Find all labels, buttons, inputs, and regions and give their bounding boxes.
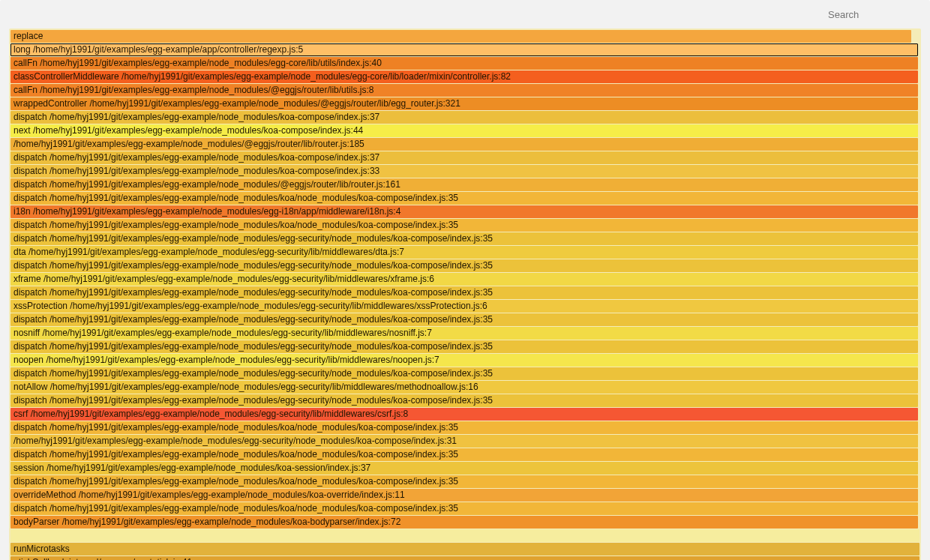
flame-row: dispatch /home/hyj1991/git/examples/egg-…	[10, 286, 920, 299]
flame-row: replace	[10, 30, 920, 43]
flame-row: dispatch /home/hyj1991/git/examples/egg-…	[10, 340, 920, 353]
flame-row: dispatch /home/hyj1991/git/examples/egg-…	[10, 151, 920, 164]
flame-frame[interactable]: noopen /home/hyj1991/git/examples/egg-ex…	[10, 354, 918, 367]
page-root: replacelong /home/hyj1991/git/examples/e…	[0, 0, 930, 560]
flame-row: dispatch /home/hyj1991/git/examples/egg-…	[10, 219, 920, 232]
flame-row: dispatch /home/hyj1991/git/examples/egg-…	[10, 259, 920, 272]
flame-row: runMicrotasks	[10, 543, 920, 556]
flame-frame[interactable]: next /home/hyj1991/git/examples/egg-exam…	[10, 124, 918, 137]
flame-frame[interactable]: session /home/hyj1991/git/examples/egg-e…	[10, 462, 918, 475]
flame-row: dispatch /home/hyj1991/git/examples/egg-…	[10, 111, 920, 124]
flame-frame[interactable]: replace	[10, 30, 911, 43]
flame-row: wrappedController /home/hyj1991/git/exam…	[10, 97, 920, 110]
flame-row: dispatch /home/hyj1991/git/examples/egg-…	[10, 165, 920, 178]
flame-frame[interactable]: classControllerMiddleware /home/hyj1991/…	[10, 70, 918, 83]
flame-frame[interactable]: dispatch /home/hyj1991/git/examples/egg-…	[10, 286, 918, 299]
flame-row: callFn /home/hyj1991/git/examples/egg-ex…	[10, 84, 920, 97]
flame-frame[interactable]: _tickCallback internal/process/next_tick…	[10, 556, 920, 560]
flame-frame[interactable]: callFn /home/hyj1991/git/examples/egg-ex…	[10, 84, 918, 97]
search-wrap	[9, 5, 921, 28]
flame-row: overrideMethod /home/hyj1991/git/example…	[10, 489, 920, 502]
flame-row: dispatch /home/hyj1991/git/examples/egg-…	[10, 394, 920, 407]
flame-row: dispatch /home/hyj1991/git/examples/egg-…	[10, 502, 920, 515]
flame-frame[interactable]: i18n /home/hyj1991/git/examples/egg-exam…	[10, 205, 918, 218]
flame-frame[interactable]: dispatch /home/hyj1991/git/examples/egg-…	[10, 151, 918, 164]
flame-frame[interactable]: dispatch /home/hyj1991/git/examples/egg-…	[10, 340, 918, 353]
flame-row: dispatch /home/hyj1991/git/examples/egg-…	[10, 475, 920, 488]
flame-row: _tickCallback internal/process/next_tick…	[10, 556, 920, 560]
flame-frame[interactable]: dispatch /home/hyj1991/git/examples/egg-…	[10, 475, 918, 488]
flame-frame[interactable]: long /home/hyj1991/git/examples/egg-exam…	[10, 43, 918, 56]
flame-frame[interactable]: dispatch /home/hyj1991/git/examples/egg-…	[10, 111, 918, 124]
flame-row: dispatch /home/hyj1991/git/examples/egg-…	[10, 232, 920, 245]
flame-row: i18n /home/hyj1991/git/examples/egg-exam…	[10, 205, 920, 218]
flame-row: next /home/hyj1991/git/examples/egg-exam…	[10, 124, 920, 137]
flame-frame[interactable]: xframe /home/hyj1991/git/examples/egg-ex…	[10, 273, 918, 286]
flame-frame[interactable]: dispatch /home/hyj1991/git/examples/egg-…	[10, 394, 918, 407]
flame-frame[interactable]: dispatch /home/hyj1991/git/examples/egg-…	[10, 313, 918, 326]
flame-row: dispatch /home/hyj1991/git/examples/egg-…	[10, 448, 920, 461]
flame-frame[interactable]: dispatch /home/hyj1991/git/examples/egg-…	[10, 502, 918, 515]
flame-frame[interactable]: dta /home/hyj1991/git/examples/egg-examp…	[10, 246, 918, 259]
flame-frame[interactable]: dispatch /home/hyj1991/git/examples/egg-…	[10, 178, 918, 191]
flame-row: dispatch /home/hyj1991/git/examples/egg-…	[10, 178, 920, 191]
flame-row: csrf /home/hyj1991/git/examples/egg-exam…	[10, 408, 920, 421]
flame-frame[interactable]: csrf /home/hyj1991/git/examples/egg-exam…	[10, 408, 918, 421]
flame-gap	[10, 529, 920, 542]
flame-graph[interactable]: replacelong /home/hyj1991/git/examples/e…	[9, 28, 921, 560]
flame-row: bodyParser /home/hyj1991/git/examples/eg…	[10, 516, 920, 529]
flame-row: notAllow /home/hyj1991/git/examples/egg-…	[10, 381, 920, 394]
flame-row: classControllerMiddleware /home/hyj1991/…	[10, 70, 920, 83]
flame-row: noopen /home/hyj1991/git/examples/egg-ex…	[10, 354, 920, 367]
flame-frame[interactable]: dispatch /home/hyj1991/git/examples/egg-…	[10, 448, 918, 461]
flame-row: dta /home/hyj1991/git/examples/egg-examp…	[10, 246, 920, 259]
flame-frame[interactable]: dispatch /home/hyj1991/git/examples/egg-…	[10, 421, 918, 434]
flame-frame[interactable]: overrideMethod /home/hyj1991/git/example…	[10, 489, 918, 502]
flame-frame[interactable]: notAllow /home/hyj1991/git/examples/egg-…	[10, 381, 918, 394]
flame-row: dispatch /home/hyj1991/git/examples/egg-…	[10, 367, 920, 380]
flame-frame[interactable]: /home/hyj1991/git/examples/egg-example/n…	[10, 435, 918, 448]
flame-frame[interactable]: dispatch /home/hyj1991/git/examples/egg-…	[10, 165, 918, 178]
flame-row: nosniff /home/hyj1991/git/examples/egg-e…	[10, 327, 920, 340]
flame-frame[interactable]: dispatch /home/hyj1991/git/examples/egg-…	[10, 219, 918, 232]
flame-row: xssProtection /home/hyj1991/git/examples…	[10, 300, 920, 313]
flame-row: callFn /home/hyj1991/git/examples/egg-ex…	[10, 57, 920, 70]
flame-frame[interactable]: wrappedController /home/hyj1991/git/exam…	[10, 97, 918, 110]
flame-row: /home/hyj1991/git/examples/egg-example/n…	[10, 435, 920, 448]
flame-frame[interactable]: dispatch /home/hyj1991/git/examples/egg-…	[10, 259, 918, 272]
flame-frame[interactable]: runMicrotasks	[10, 543, 920, 556]
flame-row: session /home/hyj1991/git/examples/egg-e…	[10, 462, 920, 475]
flame-frame[interactable]: dispatch /home/hyj1991/git/examples/egg-…	[10, 232, 918, 245]
flame-frame[interactable]: dispatch /home/hyj1991/git/examples/egg-…	[10, 192, 918, 205]
flame-row: dispatch /home/hyj1991/git/examples/egg-…	[10, 421, 920, 434]
flame-frame[interactable]: dispatch /home/hyj1991/git/examples/egg-…	[10, 367, 918, 380]
flame-frame[interactable]: /home/hyj1991/git/examples/egg-example/n…	[10, 138, 918, 151]
flame-frame[interactable]: callFn /home/hyj1991/git/examples/egg-ex…	[10, 57, 918, 70]
flame-frame[interactable]: bodyParser /home/hyj1991/git/examples/eg…	[10, 516, 918, 529]
flame-row: /home/hyj1991/git/examples/egg-example/n…	[10, 138, 920, 151]
search-input[interactable]	[826, 8, 920, 21]
flame-row: xframe /home/hyj1991/git/examples/egg-ex…	[10, 273, 920, 286]
flame-row: long /home/hyj1991/git/examples/egg-exam…	[10, 43, 920, 56]
flame-frame[interactable]: xssProtection /home/hyj1991/git/examples…	[10, 300, 918, 313]
flame-frame[interactable]: nosniff /home/hyj1991/git/examples/egg-e…	[10, 327, 918, 340]
flame-row: dispatch /home/hyj1991/git/examples/egg-…	[10, 313, 920, 326]
flame-row: dispatch /home/hyj1991/git/examples/egg-…	[10, 192, 920, 205]
